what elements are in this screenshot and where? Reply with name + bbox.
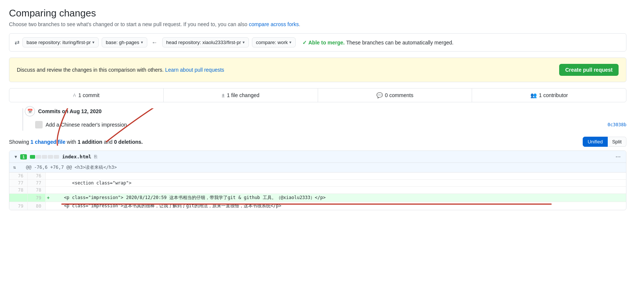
line-code bbox=[58, 173, 626, 180]
base-repo-select[interactable]: base repository: ituring/first-pr ▾ bbox=[22, 37, 99, 47]
new-line-num: 76 bbox=[27, 173, 45, 180]
old-line-num: 79 bbox=[9, 202, 27, 210]
learn-about-pr-link[interactable]: Learn about pull requests bbox=[165, 67, 224, 73]
comments-stat: 💬 0 comments bbox=[318, 89, 472, 102]
left-arrow-icon: ← bbox=[150, 39, 159, 46]
diff-toggle-icon[interactable]: ▾ bbox=[15, 154, 17, 159]
compare-icon: ⇄ bbox=[15, 39, 19, 46]
line-code: <section class="wrap"> bbox=[58, 180, 626, 187]
compare-branch-select[interactable]: compare: work ▾ bbox=[252, 37, 296, 47]
diff-container: ▾ 1 index.html ⎘ ··· ⇅ @@ -76,6 +76,7 @@… bbox=[9, 150, 626, 210]
base-repo-chevron-icon: ▾ bbox=[92, 40, 95, 45]
page-title: Comparing changes bbox=[9, 7, 626, 19]
calendar-icon: 📅 bbox=[27, 109, 33, 114]
check-icon: ✓ bbox=[302, 40, 307, 46]
commits-timeline: 📅 Commits on Aug 12, 2020 Add a Chinese … bbox=[9, 108, 626, 131]
table-row: 78 78 bbox=[9, 187, 626, 194]
view-toggle: Unified Split bbox=[583, 137, 626, 147]
compare-branch-chevron-icon: ▾ bbox=[289, 40, 292, 45]
base-branch-select[interactable]: base: gh-pages ▾ bbox=[102, 37, 147, 47]
diff-bar-gray-3 bbox=[48, 155, 53, 159]
diff-bar-gray-2 bbox=[42, 155, 47, 159]
changed-file-link[interactable]: 1 changed file bbox=[31, 139, 65, 145]
new-line-num: 80 bbox=[27, 202, 45, 210]
page-subtitle: Choose two branches to see what's change… bbox=[9, 21, 626, 27]
diff-more-options[interactable]: ··· bbox=[616, 154, 621, 159]
table-row: 79 + <p class="impression"> 2020/8/12/20… bbox=[9, 194, 626, 202]
diff-expand-icon: ⇅ bbox=[13, 165, 16, 170]
diff-sign bbox=[45, 202, 58, 210]
commit-message: Add a Chinese reader's impression bbox=[46, 122, 127, 128]
stats-bar: ⑃ 1 commit ± 1 file changed 💬 0 comments… bbox=[9, 88, 626, 102]
table-row: 77 77 <section class="wrap"> bbox=[9, 180, 626, 187]
commit-hash[interactable]: 0c3038b bbox=[607, 122, 626, 127]
diff-bar-gray-4 bbox=[54, 155, 59, 159]
new-line-num: 79 bbox=[27, 194, 45, 202]
able-to-merge-status: ✓ Able to merge. These branches can be a… bbox=[302, 40, 453, 46]
commit-date-text: Commits on Aug 12, 2020 bbox=[28, 108, 102, 114]
contributors-icon: 👥 bbox=[530, 92, 537, 98]
showing-bar: Showing 1 changed file with 1 addition a… bbox=[9, 137, 626, 147]
compare-across-forks-link[interactable]: compare across forks bbox=[249, 21, 299, 27]
commit-date-header: 📅 Commits on Aug 12, 2020 bbox=[28, 108, 626, 114]
files-icon: ± bbox=[222, 92, 225, 98]
diff-file-header: ▾ 1 index.html ⎘ ··· bbox=[9, 151, 626, 163]
new-line-num: 77 bbox=[27, 180, 45, 187]
commits-section: 📅 Commits on Aug 12, 2020 Add a Chinese … bbox=[9, 108, 626, 131]
copy-path-icon[interactable]: ⎘ bbox=[94, 154, 97, 159]
diff-hunk-header: ⇅ @@ -76,6 +76,7 @@ <h3>读者来稿</h3> bbox=[9, 163, 626, 173]
diff-sign: + bbox=[45, 194, 58, 202]
split-view-button[interactable]: Split bbox=[608, 137, 626, 147]
diff-file-count: 1 bbox=[20, 154, 27, 159]
diff-table: 76 76 77 77 <section class="wrap"> 78 78 bbox=[9, 173, 626, 210]
comments-icon: 💬 bbox=[376, 92, 383, 98]
showing-text: Showing 1 changed file with 1 addition a… bbox=[9, 139, 143, 145]
table-row: 76 76 bbox=[9, 173, 626, 180]
commit-row: Add a Chinese reader's impression 0c3038… bbox=[28, 119, 626, 131]
old-line-num bbox=[9, 194, 27, 202]
base-branch-chevron-icon: ▾ bbox=[141, 40, 143, 45]
head-repo-select[interactable]: head repository: xiaolu2333/first-pr ▾ bbox=[162, 37, 249, 47]
commits-icon: ⑃ bbox=[73, 92, 76, 98]
diff-sign bbox=[45, 173, 58, 180]
line-code: <p class="impression"> 2020/8/12/20:59 这… bbox=[58, 194, 626, 202]
diff-filename: index.html bbox=[62, 154, 91, 159]
create-pull-request-button[interactable]: Create pull request bbox=[559, 64, 619, 76]
diff-bar-green-1 bbox=[30, 155, 35, 159]
diff-bar bbox=[30, 155, 59, 159]
contributors-stat: 👥 1 contributor bbox=[472, 89, 626, 102]
compare-bar: ⇄ base repository: ituring/first-pr ▾ ba… bbox=[9, 33, 626, 52]
head-repo-chevron-icon: ▾ bbox=[243, 40, 245, 45]
table-row: 79 80 <p class="impression">这本书真的很棒，让我了解… bbox=[9, 202, 626, 210]
old-line-num: 76 bbox=[9, 173, 27, 180]
diff-sign bbox=[45, 187, 58, 194]
unified-view-button[interactable]: Unified bbox=[583, 137, 607, 147]
line-code bbox=[58, 187, 626, 194]
new-line-num: 78 bbox=[27, 187, 45, 194]
files-changed-stat: ± 1 file changed bbox=[164, 89, 318, 102]
info-banner: Discuss and review the changes in this c… bbox=[9, 58, 626, 82]
old-line-num: 77 bbox=[9, 180, 27, 187]
commits-stat: ⑃ 1 commit bbox=[9, 89, 164, 102]
line-code: <p class="impression">这本书真的很棒，让我了解到了git的… bbox=[58, 202, 626, 210]
avatar bbox=[35, 121, 43, 128]
diff-sign bbox=[45, 180, 58, 187]
diff-bar-gray-1 bbox=[36, 155, 41, 159]
old-line-num: 78 bbox=[9, 187, 27, 194]
